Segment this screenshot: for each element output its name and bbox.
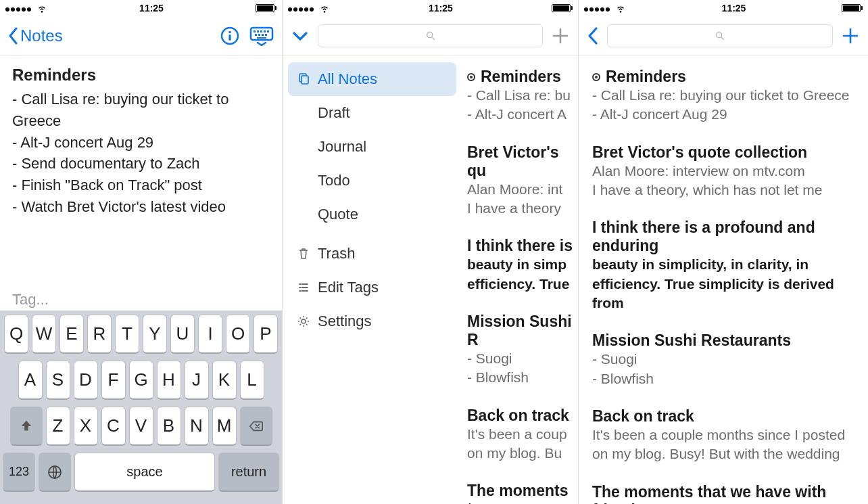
note-line: - Alt-J concert Aug 29 <box>12 132 270 154</box>
key-m[interactable]: M <box>212 407 237 446</box>
status-bar: 11:25 <box>283 0 578 16</box>
sidebar-item-journal[interactable]: Journal <box>288 130 456 164</box>
key-space[interactable]: space <box>74 453 215 492</box>
sidebar-item-all-notes[interactable]: All Notes <box>288 62 456 96</box>
list-item[interactable]: Back on trackIt's been a couple months s… <box>589 400 860 476</box>
note-list-title: Mission Sushi R <box>467 313 575 349</box>
key-c[interactable]: C <box>101 407 126 446</box>
list-item[interactable]: Reminders- Call Lisa re: bu- Alt-J conce… <box>464 61 578 137</box>
sidebar-item-trash[interactable]: Trash <box>288 237 456 271</box>
search-input[interactable] <box>607 24 833 47</box>
key-g[interactable]: G <box>129 361 153 400</box>
list-item[interactable]: I think there is a profound and enduring… <box>589 212 860 325</box>
note-list-line: Alan Moore: int <box>467 180 575 199</box>
key-p[interactable]: P <box>254 315 278 354</box>
sidebar-item-label: Journal <box>318 138 366 156</box>
key-h[interactable]: H <box>157 361 181 400</box>
new-note-button[interactable] <box>551 26 570 45</box>
tag-input[interactable]: Tag... <box>12 291 49 308</box>
key-e[interactable]: E <box>59 315 84 354</box>
note-list-title: The moments t <box>467 482 575 504</box>
svg-point-15 <box>427 32 432 37</box>
status-bar: 11:25 <box>579 0 868 16</box>
key-k[interactable]: K <box>212 361 237 400</box>
note-list-title: Bret Victor's qu <box>467 143 575 180</box>
sidebar-item-todo[interactable]: Todo <box>288 164 456 198</box>
key-shift[interactable] <box>10 407 43 446</box>
sidebar: All Notes Draft Journal Todo Quote Trash… <box>283 55 462 504</box>
key-u[interactable]: U <box>170 315 195 354</box>
key-t[interactable]: T <box>115 315 139 354</box>
keyboard: QWERTYUIOP ASDFGHJKL ZXCVBNM 123 space r… <box>0 311 282 504</box>
pane-note-editor: 11:25 Notes Reminders <box>0 0 283 504</box>
search-input[interactable] <box>318 24 543 47</box>
key-z[interactable]: Z <box>46 407 70 446</box>
note-body[interactable]: Reminders - Call Lisa re: buying our tic… <box>0 55 282 218</box>
key-i[interactable]: I <box>198 315 222 354</box>
key-f[interactable]: F <box>101 361 126 400</box>
key-123[interactable]: 123 <box>3 453 35 492</box>
key-return[interactable]: return <box>218 453 279 492</box>
list-item[interactable]: I think there isbeauty in simpefficiency… <box>464 230 578 306</box>
list-item[interactable]: Mission Sushi Restaurants- Suogi- Blowfi… <box>589 325 860 400</box>
list-item[interactable]: Mission Sushi R- Suogi- Blowfish <box>464 306 578 400</box>
sidebar-item-label: All Notes <box>318 70 377 88</box>
sidebar-item-edit-tags[interactable]: Edit Tags <box>288 271 456 304</box>
note-list-title: The moments that we have with friends <box>592 483 857 504</box>
sidebar-item-draft[interactable]: Draft <box>288 96 456 130</box>
list-item[interactable]: The moments tand family, the <box>464 475 578 504</box>
note-list-title: Back on track <box>467 407 569 425</box>
list-toolbar <box>579 16 868 55</box>
svg-rect-10 <box>258 34 260 36</box>
sidebar-item-settings[interactable]: Settings <box>288 304 456 338</box>
note-list-line: - Alt-J concert Aug 29 <box>592 105 857 124</box>
back-button[interactable] <box>587 26 599 45</box>
note-list-line: beauty in simp <box>467 255 575 274</box>
svg-rect-11 <box>262 34 264 36</box>
list-item[interactable]: Bret Victor's quAlan Moore: intI have a … <box>464 137 578 231</box>
key-v[interactable]: V <box>129 407 153 446</box>
key-globe[interactable] <box>39 453 71 492</box>
key-o[interactable]: O <box>226 315 250 354</box>
info-button[interactable] <box>220 26 240 46</box>
key-q[interactable]: Q <box>4 315 28 354</box>
new-note-button[interactable] <box>841 26 860 45</box>
pane-notes-list: 11:25 Reminders- Call Lisa re: buying ou… <box>579 0 868 504</box>
sidebar-item-quote[interactable]: Quote <box>288 198 456 231</box>
search-icon <box>425 30 436 41</box>
note-line: - Send documentary to Zach <box>12 153 270 175</box>
list-item[interactable]: Back on trackIt's been a coupon my blog.… <box>464 400 578 476</box>
key-y[interactable]: Y <box>143 315 167 354</box>
key-x[interactable]: X <box>74 407 98 446</box>
key-d[interactable]: D <box>74 361 98 400</box>
copy-icon <box>297 73 310 85</box>
sidebar-item-label: Quote <box>318 206 358 223</box>
svg-rect-17 <box>302 76 308 84</box>
key-j[interactable]: J <box>185 361 209 400</box>
note-list-line: I have a theory, which has not let me <box>592 181 857 200</box>
key-a[interactable]: A <box>18 361 43 400</box>
collapse-sidebar-button[interactable] <box>291 26 310 45</box>
note-list-title: Reminders <box>606 68 686 86</box>
key-l[interactable]: L <box>240 361 264 400</box>
key-w[interactable]: W <box>32 315 56 354</box>
notes-list-full: Reminders- Call Lisa re: buying our tick… <box>579 55 868 504</box>
battery-icon <box>842 4 863 12</box>
list-item[interactable]: The moments that we have with friendsand… <box>589 476 860 504</box>
key-n[interactable]: N <box>185 407 209 446</box>
key-b[interactable]: B <box>157 407 181 446</box>
list-item[interactable]: Bret Victor's quote collectionAlan Moore… <box>589 137 860 212</box>
status-bar: 11:25 <box>0 0 282 16</box>
key-r[interactable]: R <box>87 315 112 354</box>
note-list-line: It's been a couple months since I posted <box>592 426 857 444</box>
note-list-line: on my blog. Bu <box>467 444 575 463</box>
list-item[interactable]: Reminders- Call Lisa re: buying our tick… <box>589 61 860 137</box>
list-toolbar <box>283 16 578 55</box>
key-delete[interactable] <box>240 407 272 446</box>
hide-keyboard-button[interactable] <box>249 26 274 46</box>
key-s[interactable]: S <box>46 361 70 400</box>
back-button[interactable]: Notes <box>8 26 63 45</box>
note-list-line: - Call Lisa re: buying our ticket to Gre… <box>592 86 857 105</box>
pane-sidebar-list: 11:25 All Notes Draft Journal To <box>283 0 579 504</box>
editor-toolbar: Notes <box>0 16 282 55</box>
